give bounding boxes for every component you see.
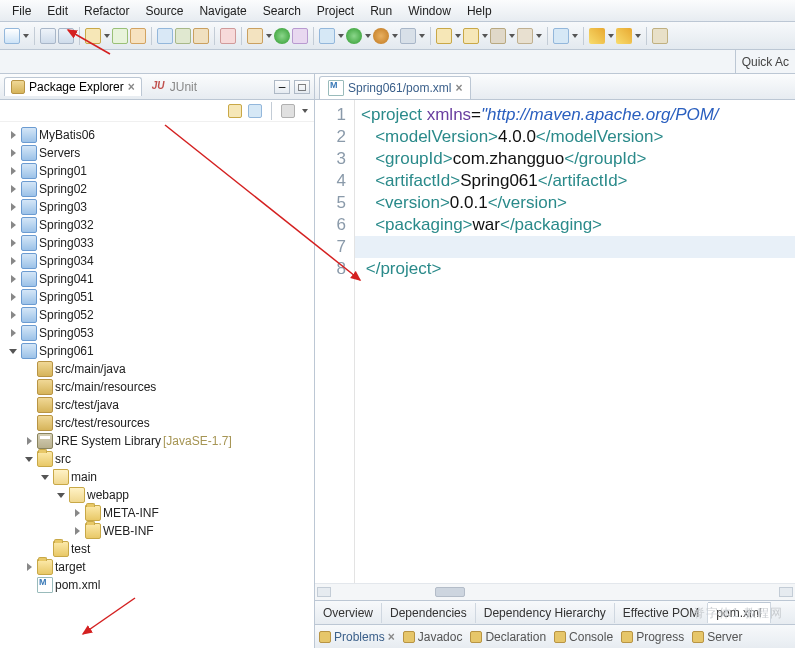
project-tree[interactable]: MyBatis06 Servers Spring01 Spring02 Spri… [0,122,314,648]
run-icon[interactable] [346,28,362,44]
chevron-right-icon[interactable] [72,526,83,537]
run-server-icon[interactable] [400,28,416,44]
horizontal-scrollbar[interactable] [315,583,795,600]
code-line[interactable]: <packaging>war</packaging> [361,214,795,236]
chevron-right-icon[interactable] [72,508,83,519]
tree-item[interactable]: META-INF [6,505,314,521]
view-menu-icon[interactable] [302,109,308,113]
tree-item[interactable]: test [6,541,314,557]
code-line[interactable]: <groupId>com.zhangguo</groupId> [361,148,795,170]
menu-window[interactable]: Window [400,2,459,20]
scroll-thumb[interactable] [435,587,465,597]
tree-item[interactable]: Servers [6,145,314,161]
view-console[interactable]: Console [554,630,613,644]
tree-item[interactable]: Spring051 [6,289,314,305]
toggle-icon[interactable] [175,28,191,44]
menu-run[interactable]: Run [362,2,400,20]
tree-item[interactable]: pom.xml [6,577,314,593]
chevron-right-icon[interactable] [8,238,19,249]
coverage-icon[interactable] [292,28,308,44]
code-content[interactable]: <project xmlns="http://maven.apache.org/… [355,100,795,583]
close-icon[interactable]: × [455,81,462,95]
chevron-right-icon[interactable] [8,202,19,213]
chevron-down-icon[interactable] [8,346,19,357]
menu-source[interactable]: Source [137,2,191,20]
quick-access[interactable]: Quick Ac [735,50,795,73]
tree-item[interactable]: Spring01 [6,163,314,179]
tree-item[interactable]: webapp [6,487,314,503]
chevron-right-icon[interactable] [8,274,19,285]
chevron-down-icon[interactable] [56,490,67,501]
tree-item[interactable]: main [6,469,314,485]
chevron-right-icon[interactable] [8,220,19,231]
menu-edit[interactable]: Edit [39,2,76,20]
view-problems[interactable]: Problems × [319,630,395,644]
new-icon[interactable] [4,28,20,44]
run-last-icon[interactable] [274,28,290,44]
tree-item[interactable]: WEB-INF [6,523,314,539]
tab-package-explorer[interactable]: Package Explorer × [4,77,142,96]
tree-item[interactable]: Spring03 [6,199,314,215]
tree-item[interactable]: MyBatis06 [6,127,314,143]
filters-icon[interactable] [281,104,295,118]
back-icon[interactable] [589,28,605,44]
skip-breakpoints-icon[interactable] [220,28,236,44]
chevron-right-icon[interactable] [24,562,35,573]
menu-file[interactable]: File [4,2,39,20]
view-declaration[interactable]: Declaration [470,630,546,644]
scroll-right-icon[interactable] [779,587,793,597]
debug-icon[interactable] [319,28,335,44]
close-icon[interactable]: × [128,80,135,94]
view-javadoc[interactable]: Javadoc [403,630,463,644]
save-all-icon[interactable] [58,28,74,44]
new-project-icon[interactable] [463,28,479,44]
code-line[interactable]: </project> [361,258,795,280]
annotation-icon[interactable] [193,28,209,44]
tree-item[interactable]: Spring061 [6,343,314,359]
chevron-right-icon[interactable] [8,148,19,159]
tree-item[interactable]: src/test/resources [6,415,314,431]
tree-item[interactable]: Spring052 [6,307,314,323]
pin-icon[interactable] [652,28,668,44]
view-progress[interactable]: Progress [621,630,684,644]
tree-item[interactable]: Spring034 [6,253,314,269]
pom-tab-overview[interactable]: Overview [315,603,382,623]
pom-tab-dependency-hierarchy[interactable]: Dependency Hierarchy [476,603,615,623]
menu-refactor[interactable]: Refactor [76,2,137,20]
close-icon[interactable]: × [388,630,395,644]
tree-item[interactable]: Spring033 [6,235,314,251]
tree-item[interactable]: Spring02 [6,181,314,197]
code-line[interactable]: <version>0.0.1</version> [361,192,795,214]
build-icon[interactable] [247,28,263,44]
new-file-icon[interactable] [517,28,533,44]
run-external-icon[interactable] [373,28,389,44]
tree-item[interactable]: src/main/java [6,361,314,377]
chevron-right-icon[interactable] [8,130,19,141]
search-icon[interactable] [157,28,173,44]
menu-navigate[interactable]: Navigate [191,2,254,20]
new-package-icon[interactable] [112,28,128,44]
tree-item[interactable]: Spring041 [6,271,314,287]
chevron-down-icon[interactable] [40,472,51,483]
chevron-right-icon[interactable] [8,184,19,195]
tree-item[interactable]: target [6,559,314,575]
tree-item[interactable]: src/test/java [6,397,314,413]
maximize-view-icon[interactable]: □ [294,80,310,94]
chevron-right-icon[interactable] [8,256,19,267]
code-line[interactable]: <modelVersion>4.0.0</modelVersion> [361,126,795,148]
pom-tab-dependencies[interactable]: Dependencies [382,603,476,623]
new-folder-icon[interactable] [490,28,506,44]
tab-junit[interactable]: JU JUnit [146,78,203,96]
code-line[interactable]: <artifactId>Spring061</artifactId> [361,170,795,192]
open-type-icon[interactable] [85,28,101,44]
scroll-left-icon[interactable] [317,587,331,597]
link-editor-icon[interactable] [248,104,262,118]
code-line[interactable]: <project xmlns="http://maven.apache.org/… [361,104,795,126]
tree-item[interactable]: JRE System Library [JavaSE-1.7] [6,433,314,449]
code-editor[interactable]: 12345678 <project xmlns="http://maven.ap… [315,100,795,583]
chevron-right-icon[interactable] [24,436,35,447]
open-resource-icon[interactable] [553,28,569,44]
chevron-right-icon[interactable] [8,328,19,339]
new-java-project-icon[interactable] [436,28,452,44]
save-icon[interactable] [40,28,56,44]
